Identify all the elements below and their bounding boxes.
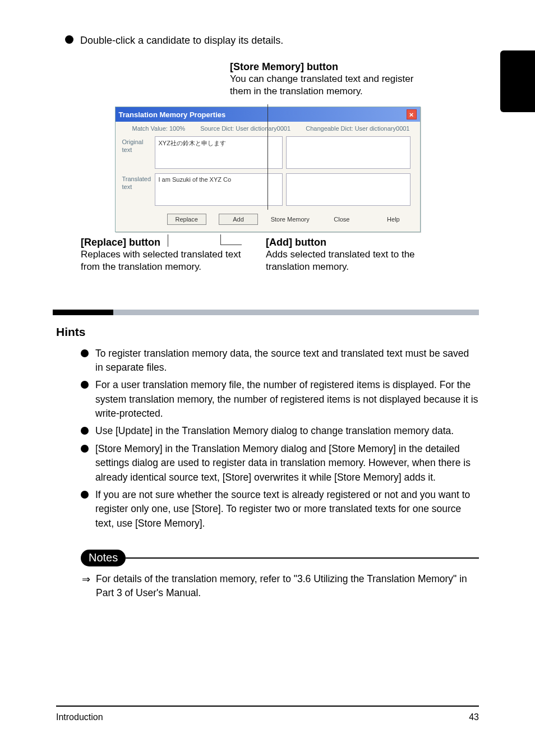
callout-replace: [Replace] button Replaces with selected …: [81, 237, 243, 273]
notes-text: For details of the translation memory, r…: [96, 572, 479, 601]
original-text-field[interactable]: XYZ社の鈴木と申します: [155, 136, 283, 169]
hint-text: To register translation memory data, the…: [95, 347, 479, 375]
bullet-icon: [65, 35, 73, 44]
callout-title: [Add] button: [266, 237, 428, 248]
hint-item: For a user translation memory file, the …: [81, 378, 479, 421]
hint-text: If you are not sure whether the source t…: [95, 488, 479, 531]
pointer-line: [220, 245, 242, 245]
close-icon[interactable]: ×: [407, 109, 417, 119]
translated-text-label: Translated text: [122, 173, 155, 206]
pointer-line: [268, 104, 268, 210]
callout-desc: You can change translated text and regis…: [230, 73, 432, 98]
section-divider: [53, 310, 479, 315]
store-memory-button[interactable]: Store Memory: [270, 214, 310, 225]
callout-title: [Replace] button: [81, 237, 243, 248]
callout-title: [Store Memory] button: [230, 61, 432, 73]
hint-text: Use [Update] in the Translation Memory d…: [95, 424, 454, 438]
callout-add: [Add] button Adds selected translated te…: [266, 237, 428, 273]
dialog-title-text: Translation Memory Properties: [119, 110, 226, 119]
match-value-label: Match Value: 100%: [132, 125, 186, 132]
footer-section-name: Introduction: [56, 712, 103, 722]
notes-badge: Notes: [81, 550, 126, 566]
hint-item: If you are not sure whether the source t…: [81, 488, 479, 531]
notes-header: Notes: [81, 550, 479, 566]
hint-item: [Store Memory] in the Translation Memory…: [81, 442, 479, 485]
bullet-icon: [81, 381, 89, 389]
bullet-icon: [81, 349, 89, 357]
pointer-line: [168, 234, 168, 247]
hint-item: Use [Update] in the Translation Memory d…: [81, 424, 479, 438]
page-footer: Introduction 43: [56, 706, 479, 722]
callout-desc: Adds selected translated text to the tra…: [266, 248, 428, 273]
arrow-icon: ⇒: [82, 573, 90, 601]
hint-text: [Store Memory] in the Translation Memory…: [95, 442, 479, 485]
pointer-line: [220, 234, 221, 245]
original-text-candidate-field[interactable]: [286, 136, 411, 169]
source-dict-label: Source Dict: User dictionary0001: [200, 125, 290, 132]
section-title-hints: Hints: [56, 325, 479, 339]
lead-text: Double-click a candidate to display its …: [80, 34, 283, 48]
hint-text: For a user translation memory file, the …: [95, 378, 479, 421]
help-button[interactable]: Help: [373, 214, 413, 225]
footer-page-number: 43: [469, 712, 479, 722]
hint-item: To register translation memory data, the…: [81, 347, 479, 375]
callout-desc: Replaces with selected translated text f…: [81, 248, 243, 273]
changeable-dict-label: Changeable Dict: User dictionary0001: [306, 125, 409, 132]
bullet-icon: [81, 445, 89, 453]
original-text-label: Original text: [122, 136, 155, 169]
translated-text-candidate-field[interactable]: [286, 173, 411, 206]
add-button[interactable]: Add: [219, 214, 258, 225]
callout-store-memory: [Store Memory] button You can change tra…: [230, 61, 432, 98]
close-button[interactable]: Close: [322, 214, 361, 225]
bullet-icon: [81, 427, 89, 435]
thumb-tab: [500, 50, 535, 112]
bullet-icon: [81, 491, 89, 499]
replace-button[interactable]: Replace: [167, 214, 206, 225]
translated-text-field[interactable]: I am Suzuki of the XYZ Co: [155, 173, 283, 206]
